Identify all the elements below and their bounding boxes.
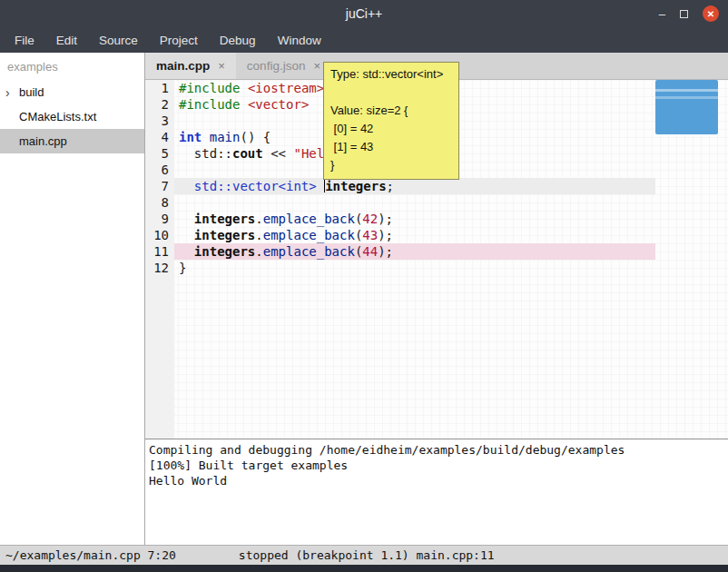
code-text [174, 194, 655, 211]
code-token [317, 179, 324, 193]
code-token: ); [378, 228, 393, 242]
code-token [240, 81, 247, 95]
code-token: . [255, 212, 262, 226]
line-number[interactable]: 8 [145, 194, 174, 211]
code-token: . [255, 228, 262, 242]
scroll-overview[interactable] [655, 80, 718, 134]
code-token: () { [240, 130, 271, 144]
code-token: emplace_back [263, 244, 355, 259]
status-file-position: ~/examples/main.cpp 7:20 [5, 548, 176, 562]
code-token: std:: [179, 146, 232, 161]
code-token: emplace_back [263, 228, 355, 242]
code-token: #include [179, 81, 240, 95]
code-token [240, 97, 247, 112]
code-text: integers.emplace_back(43); [174, 227, 655, 243]
code-text: integers.emplace_back(44); [174, 243, 655, 260]
window-controls: – ✕ [659, 0, 719, 27]
menu-item-file[interactable]: File [4, 34, 45, 47]
chevron-right-icon[interactable]: › [5, 85, 19, 100]
line-number[interactable]: 1 [145, 80, 174, 96]
line-number[interactable]: 9 [145, 211, 174, 227]
terminal-line: Hello World [149, 473, 724, 488]
code-token: ; [387, 179, 394, 193]
close-icon[interactable]: × [313, 59, 320, 73]
code-token [179, 212, 194, 226]
menu-item-project[interactable]: Project [149, 34, 209, 47]
code-line-12[interactable]: 12} [145, 260, 655, 276]
code-token: "Hel [293, 146, 324, 161]
code-token: 44 [362, 244, 378, 259]
tooltip-line: [0] = 42 [330, 120, 452, 138]
tab-config-json[interactable]: config.json× [236, 53, 331, 79]
line-number[interactable]: 6 [145, 162, 174, 178]
code-line-10[interactable]: 10 integers.emplace_back(43); [145, 227, 655, 243]
close-icon[interactable]: × [218, 59, 225, 73]
code-line-11[interactable]: 11 integers.emplace_back(44); [145, 243, 655, 260]
line-number[interactable]: 2 [145, 96, 174, 113]
code-line-7[interactable]: 7 std::vector<int> integers; [145, 178, 655, 194]
close-button[interactable]: ✕ [703, 5, 719, 22]
minimize-button[interactable]: – [659, 7, 665, 21]
code-text: std::vector<int> integers; [174, 178, 655, 194]
line-number[interactable]: 3 [145, 113, 174, 129]
line-number[interactable]: 7 [145, 178, 174, 194]
sidebar-item-cmakelists-txt[interactable]: CMakeLists.txt [0, 104, 144, 129]
tooltip-line: Type: std::vector<int> [330, 65, 452, 84]
code-token: 43 [362, 228, 378, 242]
tooltip-line [330, 84, 452, 102]
line-number[interactable]: 12 [145, 260, 174, 276]
code-token [202, 130, 209, 144]
code-token: #include [179, 97, 240, 112]
menu-item-source[interactable]: Source [88, 34, 149, 47]
tab-label: main.cpp [156, 59, 210, 73]
code-token: integers [325, 179, 386, 193]
restore-icon [680, 10, 688, 18]
file-tree: ›buildCMakeLists.txtmain.cpp [0, 80, 144, 153]
code-token: << [263, 146, 294, 161]
code-token: ); [378, 244, 393, 259]
maximize-button[interactable] [680, 10, 688, 18]
tab-main-cpp[interactable]: main.cpp× [145, 53, 236, 79]
code-token: <vector> [248, 97, 309, 112]
sidebar: examples ›buildCMakeLists.txtmain.cpp [0, 53, 145, 545]
file-label: CMakeLists.txt [19, 110, 96, 123]
code-token: 42 [362, 212, 378, 226]
line-number[interactable]: 11 [145, 243, 174, 260]
code-token [179, 179, 194, 193]
code-text: integers.emplace_back(42); [174, 211, 655, 227]
code-token: integers [194, 212, 255, 226]
window-edge [0, 565, 728, 572]
menu-item-edit[interactable]: Edit [45, 34, 88, 47]
status-debug-state: stopped (breakpoint 1.1) main.cpp:11 [239, 548, 495, 562]
app-window: juCi++ – ✕ FileEditSourceProjectDebugWin… [0, 0, 728, 572]
tab-label: config.json [247, 59, 306, 73]
code-token [179, 228, 194, 242]
tooltip-line: [1] = 43 [330, 138, 452, 156]
debug-tooltip: Type: std::vector<int>Value: size=2 { [0… [323, 62, 459, 180]
file-label: build [19, 85, 44, 99]
code-line-8[interactable]: 8 [145, 194, 655, 211]
menu-item-window[interactable]: Window [267, 34, 332, 47]
sidebar-item-main-cpp[interactable]: main.cpp [0, 129, 144, 153]
code-token: ); [378, 212, 393, 226]
code-token: main [210, 130, 241, 144]
tooltip-line: } [330, 156, 452, 174]
status-bar: ~/examples/main.cpp 7:20 stopped (breakp… [0, 545, 728, 565]
code-token: <iostream> [248, 81, 324, 95]
code-token: emplace_back [263, 212, 355, 226]
close-icon: ✕ [707, 9, 714, 19]
code-token [179, 244, 194, 259]
menu-item-debug[interactable]: Debug [209, 34, 267, 47]
line-number[interactable]: 10 [145, 227, 174, 243]
line-number[interactable]: 4 [145, 129, 174, 145]
line-number[interactable]: 5 [145, 145, 174, 162]
terminal-output[interactable]: Compiling and debugging /home/eidheim/ex… [145, 439, 728, 545]
title-bar: juCi++ – ✕ [0, 0, 728, 27]
code-token: int [179, 130, 202, 144]
sidebar-item-build[interactable]: ›build [0, 80, 144, 104]
file-label: main.cpp [19, 134, 67, 148]
code-line-9[interactable]: 9 integers.emplace_back(42); [145, 211, 655, 227]
menu-bar: FileEditSourceProjectDebugWindow [0, 27, 728, 53]
terminal-line: [100%] Built target examples [149, 458, 724, 473]
code-text: } [174, 260, 655, 276]
